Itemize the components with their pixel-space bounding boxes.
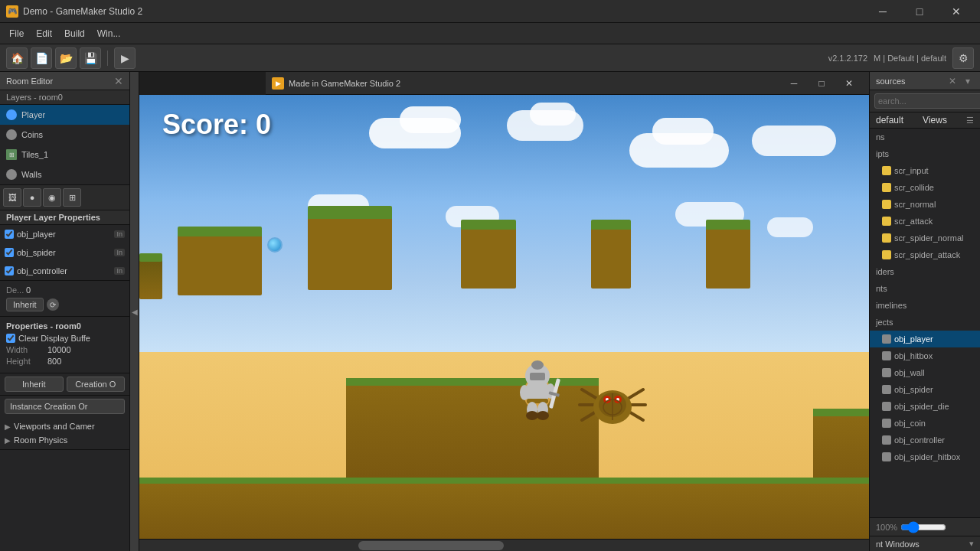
depth-value: 0 [26,285,31,295]
horizontal-scrollbar[interactable] [139,539,869,551]
resource-ipts[interactable]: ipts [870,145,980,162]
windows-dropdown[interactable]: ▾ [969,539,974,549]
layer-player-name: Player [21,110,123,119]
resource-obj-spider-hitbox-label: obj_spider_hitbox [894,452,960,461]
panel-close-button[interactable]: ✕ [114,75,123,87]
save-button[interactable]: 💾 [80,47,101,69]
depth-row: De... 0 [6,285,123,295]
menu-windows[interactable]: Win... [91,25,127,42]
resources-close[interactable]: ✕ [946,75,959,87]
resources-header: sources ✕ ▾ [870,72,980,90]
viewports-label: Viewports and Camer [14,422,95,431]
resource-scr-normal-label: scr_normal [894,200,936,209]
prop-obj-player[interactable]: obj_player In [0,225,129,243]
collapse-tab[interactable]: ◀ [130,72,139,551]
resource-scr-attack-label: scr_attack [894,217,933,226]
windows-label: nt Windows [876,540,920,549]
resource-obj-wall[interactable]: obj_wall [870,364,980,381]
new-button[interactable]: 📄 [31,47,52,69]
resource-iders-label: iders [876,267,894,276]
layer-walls[interactable]: Walls [0,165,129,184]
resource-scr-input[interactable]: scr_input [870,162,980,179]
resource-obj-hitbox[interactable]: obj_hitbox [870,347,980,364]
height-key: Height [6,357,44,366]
gms2-titlebar: ▶ Made in GameMaker Studio 2 ─ □ ✕ [266,72,869,95]
prop-obj-controller-check[interactable] [5,266,14,276]
resource-obj-spider-die[interactable]: obj_spider_die [870,398,980,415]
creation-btn[interactable]: Creation O [67,377,126,392]
gms2-close[interactable]: ✕ [835,75,863,92]
instance-creation-button[interactable]: Instance Creation Or [5,399,125,414]
resource-ns[interactable]: ns [870,129,980,145]
resource-obj-wall-label: obj_wall [894,368,925,377]
open-button[interactable]: 📂 [55,47,77,69]
resources-expand[interactable]: ▾ [962,75,974,87]
layer-tool-4[interactable]: ⊞ [63,188,81,207]
cloud-8 [767,217,813,237]
prop-obj-player-check[interactable] [5,230,14,239]
prop-obj-controller[interactable]: obj_controller In [0,262,129,280]
resource-obj-spider-hitbox[interactable]: obj_spider_hitbox [870,448,980,465]
room-physics-section[interactable]: ▶ Room Physics [5,433,125,447]
home-button[interactable]: 🏠 [6,47,28,69]
room-properties: Properties - room0 Clear Display Buffe W… [0,317,129,373]
resource-obj-spider-label: obj_spider [894,385,933,394]
viewports-section[interactable]: ▶ Viewports and Camer [5,419,125,433]
resource-iders[interactable]: iders [870,263,980,280]
maximize-button[interactable]: □ [902,0,937,23]
menu-file[interactable]: File [3,25,30,42]
inherit-icon[interactable]: ⟳ [47,298,59,311]
gms2-minimize[interactable]: ─ [780,75,808,92]
resource-obj-coin-label: obj_coin [894,419,926,428]
menu-build[interactable]: Build [58,25,91,42]
resource-obj-player[interactable]: obj_player [870,331,980,347]
settings-button[interactable]: ⚙ [952,47,974,69]
scr-input-icon [882,166,891,175]
layers-section: Layers - room0 Player Coins ⊞ Tiles_1 Wa… [0,90,129,185]
zoom-slider[interactable] [900,521,946,533]
gms2-maximize[interactable]: □ [808,75,835,92]
resource-scr-spider-normal[interactable]: scr_spider_normal [870,230,980,246]
right-panel: sources ✕ ▾ ◀ ▶ default Views ☰ ns ipts [869,72,980,551]
search-row: ◀ ▶ [870,90,980,112]
layer-tool-1[interactable]: 🖼 [3,188,21,207]
toolbar: 🏠 📄 📂 💾 ▶ v2.1.2.172 M | Default | defau… [0,44,980,72]
views-icon[interactable]: ☰ [966,116,974,126]
resource-obj-controller[interactable]: obj_controller [870,432,980,448]
resource-scr-collide[interactable]: scr_collide [870,179,980,196]
prop-obj-spider[interactable]: obj_spider In [0,243,129,262]
resource-imelines[interactable]: imelines [870,297,980,314]
close-button[interactable]: ✕ [939,0,974,23]
layer-tiles[interactable]: ⊞ Tiles_1 [0,145,129,165]
resource-obj-coin[interactable]: obj_coin [870,415,980,432]
cloud-4 [752,126,836,156]
cloud-2b [530,103,576,126]
svg-point-5 [531,360,544,370]
menu-edit[interactable]: Edit [30,25,58,42]
search-input[interactable] [874,93,980,109]
expand-sections: ▶ Viewports and Camer ▶ Room Physics [0,417,129,450]
resource-obj-hitbox-label: obj_hitbox [894,351,933,360]
layer-player[interactable]: Player [0,105,129,125]
resource-scr-spider-attack[interactable]: scr_spider_attack [870,246,980,263]
scrollbar-thumb[interactable] [358,541,505,550]
prop-obj-spider-check[interactable] [5,248,14,257]
resource-nts[interactable]: nts [870,280,980,297]
run-button[interactable]: ▶ [114,47,136,69]
filter-label: default [876,115,903,126]
resource-scr-normal[interactable]: scr_normal [870,196,980,213]
left-panel: Room Editor ✕ Layers - room0 Player Coin… [0,72,130,551]
resource-jects[interactable]: jects [870,314,980,331]
resource-nts-label: nts [876,284,887,293]
resource-scr-attack[interactable]: scr_attack [870,213,980,230]
obj-spider-hitbox-icon [882,452,891,461]
layer-tool-2[interactable]: ● [23,188,41,207]
clear-display-check[interactable] [6,334,15,343]
platform-4 [461,220,516,289]
layer-tool-3[interactable]: ◉ [43,188,61,207]
inherit-btn-2[interactable]: Inherit [5,377,64,392]
resource-obj-spider[interactable]: obj_spider [870,381,980,398]
inherit-button[interactable]: Inherit [6,298,44,311]
minimize-button[interactable]: ─ [865,0,900,23]
layer-coins[interactable]: Coins [0,125,129,145]
